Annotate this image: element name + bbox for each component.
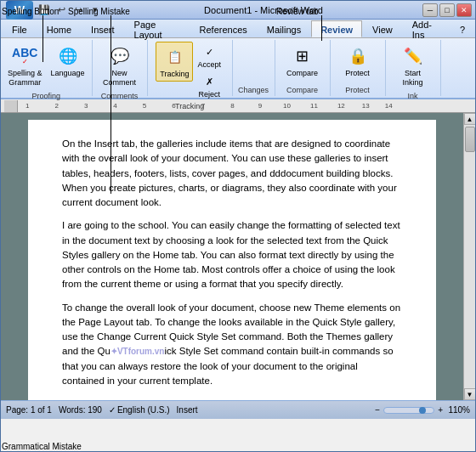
- maximize-button[interactable]: □: [439, 3, 455, 17]
- title-bar: W 💾 ↩ ↪ ▾ Document1 - Microsoft Word ─ □…: [1, 1, 475, 20]
- office-button[interactable]: W: [6, 1, 33, 20]
- status-bar: Page: 1 of 1 Words: 190 ✓ English (U.S.)…: [1, 400, 475, 419]
- tab-insert[interactable]: Insert: [82, 20, 124, 37]
- tab-file[interactable]: File: [3, 20, 37, 37]
- accept-button[interactable]: ✓ Accept: [195, 42, 224, 71]
- tab-review[interactable]: Review: [311, 20, 362, 37]
- language-icon: 🌐: [56, 44, 80, 68]
- ribbon-tabs: File Home Insert Page Layout References …: [1, 20, 475, 38]
- window-controls: ─ □ ✕: [422, 3, 472, 17]
- proofing-items: ABC ✓ Spelling &Grammar 🌐 Language: [4, 42, 88, 90]
- tracking-label: Tracking: [160, 70, 189, 78]
- paragraph-1: On the Insert tab, the galleries include…: [62, 137, 402, 210]
- tracking-items: 📋 Tracking ✓ Accept ✗ Reject: [156, 42, 224, 100]
- protect-label: Protect: [345, 69, 370, 77]
- tab-view[interactable]: View: [363, 20, 402, 37]
- vertical-scrollbar[interactable]: ▲ ▼: [463, 113, 475, 400]
- protect-group-label: Protect: [345, 84, 370, 94]
- ribbon-group-protect: 🔒 Protect Protect: [331, 40, 386, 96]
- start-inking-icon: ✏️: [401, 44, 425, 68]
- compare-label: Compare: [286, 69, 318, 77]
- tab-references[interactable]: References: [190, 20, 257, 37]
- ribbon-group-changes: Changes: [233, 40, 275, 96]
- close-button[interactable]: ✕: [456, 3, 472, 17]
- reject-icon: ✗: [201, 73, 218, 90]
- window-title: Document1 - Microsoft Word: [105, 5, 422, 15]
- spelling-error-dddocument: dddocument: [269, 168, 323, 178]
- language-label: Language: [51, 69, 85, 77]
- compare-items: ⊞ Compare: [283, 42, 321, 84]
- doc-scroll-area: On the Insert tab, the galleries include…: [1, 113, 475, 400]
- new-comment-label: NewComment: [103, 69, 136, 88]
- ink-items: ✏️ StartInking: [398, 42, 428, 90]
- compare-icon: ⊞: [291, 44, 314, 68]
- changes-group-label: Changes: [238, 84, 269, 94]
- tab-help[interactable]: ?: [450, 20, 474, 37]
- reject-button[interactable]: ✗ Reject: [195, 71, 224, 100]
- protect-button[interactable]: 🔒 Protect: [342, 42, 373, 80]
- document-page[interactable]: On the Insert tab, the galleries include…: [28, 120, 436, 400]
- words-status: Words: 190: [59, 405, 102, 415]
- tab-mailings[interactable]: Mailings: [258, 20, 310, 37]
- scroll-up-button[interactable]: ▲: [464, 113, 476, 125]
- tab-pagelayout[interactable]: Page Layout: [125, 20, 190, 37]
- zoom-in-button[interactable]: +: [438, 405, 443, 415]
- ink-group-label: Ink: [408, 90, 418, 100]
- scroll-down-button[interactable]: ▼: [464, 388, 476, 400]
- undo-button[interactable]: ↩: [54, 3, 69, 17]
- accept-reject-group: ✓ Accept ✗ Reject: [195, 42, 224, 100]
- scroll-thumb[interactable]: [465, 127, 475, 152]
- spelling-error-insert: Insert: [94, 138, 119, 149]
- reject-label: Reject: [198, 90, 220, 99]
- tracking-icon: 📋: [162, 45, 186, 69]
- proofing-group-label: Proofing: [32, 90, 61, 100]
- ribbon-group-tracking: 📋 Tracking ✓ Accept ✗ Reject Tracking: [148, 40, 233, 96]
- zoom-thumb[interactable]: [419, 407, 426, 414]
- tab-home[interactable]: Home: [37, 20, 81, 37]
- language-status: ✓ English (U.S.): [109, 405, 170, 415]
- save-button[interactable]: 💾: [37, 3, 52, 17]
- ribbon: ABC ✓ Spelling &Grammar 🌐 Language Proof…: [1, 38, 475, 99]
- ruler: 1 2 3 4 5 6 7 8 9 10 11 12 13 14: [1, 99, 475, 113]
- window-frame: W 💾 ↩ ↪ ▾ Document1 - Microsoft Word ─ □…: [0, 0, 476, 452]
- paragraph-2: I are going to the school. You can easil…: [62, 218, 402, 291]
- protect-icon: 🔒: [346, 44, 370, 68]
- accept-label: Accept: [197, 60, 221, 69]
- language-button[interactable]: 🌐 Language: [48, 42, 88, 80]
- zoom-slider[interactable]: [383, 407, 434, 414]
- new-comment-button[interactable]: 💬 NewComment: [99, 42, 139, 90]
- tab-addins[interactable]: Add-Ins: [403, 20, 450, 37]
- zoom-level[interactable]: 110%: [446, 405, 470, 415]
- start-inking-button[interactable]: ✏️ StartInking: [398, 42, 428, 90]
- paragraph-3: To change the overall look of your docum…: [62, 301, 402, 389]
- ribbon-group-compare: ⊞ Compare Compare: [275, 40, 331, 96]
- spelling-grammar-button[interactable]: ABC ✓ Spelling &Grammar: [4, 42, 46, 90]
- minimize-button[interactable]: ─: [422, 3, 438, 17]
- spelling-grammar-label: Spelling &Grammar: [8, 69, 42, 88]
- grammar-error-iare: I are: [62, 220, 82, 230]
- tracking-button[interactable]: 📋 Tracking: [156, 42, 193, 82]
- check-icon: ✓: [109, 405, 116, 415]
- page-status: Page: 1 of 1: [6, 405, 52, 415]
- accept-icon: ✓: [201, 43, 218, 60]
- ribbon-group-proofing: ABC ✓ Spelling &Grammar 🌐 Language Proof…: [1, 40, 93, 96]
- quick-access-toolbar: 💾 ↩ ↪ ▾: [37, 3, 103, 17]
- insert-mode[interactable]: Insert: [177, 405, 198, 415]
- compare-group-label: Compare: [286, 84, 318, 94]
- status-right: − + 110%: [375, 405, 470, 415]
- comments-group-label: Comments: [101, 90, 139, 100]
- office-area: W 💾 ↩ ↪ ▾: [4, 1, 105, 20]
- start-inking-label: StartInking: [403, 69, 423, 88]
- compare-button[interactable]: ⊞ Compare: [283, 42, 321, 80]
- ribbon-group-ink: ✏️ StartInking Ink: [386, 40, 441, 96]
- document-area: On the Insert tab, the galleries include…: [1, 113, 475, 400]
- spelling-grammar-icon: ABC ✓: [13, 44, 37, 68]
- zoom-out-button[interactable]: −: [375, 405, 380, 415]
- protect-items: 🔒 Protect: [342, 42, 373, 84]
- redo-button[interactable]: ↪: [71, 3, 86, 17]
- new-comment-icon: 💬: [108, 44, 132, 68]
- ribbon-group-comments: 💬 NewComment Comments: [93, 40, 148, 96]
- dropdown-button[interactable]: ▾: [88, 3, 103, 17]
- comments-items: 💬 NewComment: [99, 42, 139, 90]
